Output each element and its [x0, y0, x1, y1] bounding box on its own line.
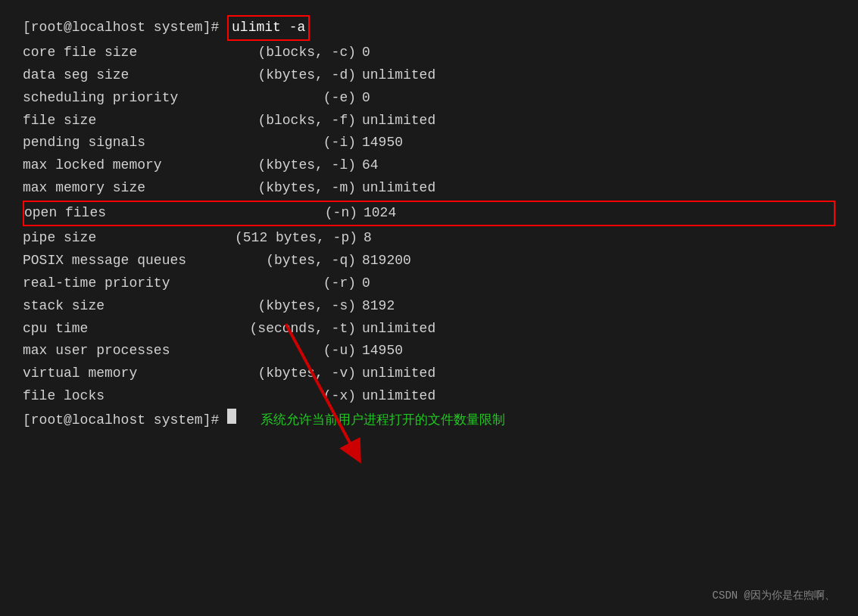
- command-line: [root@localhost system]# ulimit -a: [23, 15, 835, 41]
- output-line: max user processes(-u)14950: [23, 341, 835, 362]
- output-line: max locked memory(kbytes, -l)64: [23, 155, 835, 176]
- output-line: pipe size(512 bytes, -p)8: [23, 228, 835, 249]
- output-line: file size(blocks, -f)unlimited: [23, 110, 835, 132]
- output-line: cpu time(seconds, -t)unlimited: [23, 319, 835, 340]
- output-line: POSIX message queues(bytes, -q)819200: [23, 250, 835, 272]
- output-line: max memory size(kbytes, -m)unlimited: [23, 178, 835, 199]
- annotation-text: 系统允许当前用户进程打开的文件数量限制: [261, 411, 505, 431]
- output-line: data seg size(kbytes, -d)unlimited: [23, 65, 835, 86]
- output-line: scheduling priority(-e)0: [23, 88, 835, 109]
- output-line: real-time priority(-r)0: [23, 273, 835, 294]
- output-lines: core file size(blocks, -c)0data seg size…: [23, 42, 835, 407]
- output-line: virtual memory(kbytes, -v)unlimited: [23, 363, 835, 384]
- watermark: CSDN @因为你是在煦啊、: [713, 589, 835, 602]
- output-line: pending signals(-i)14950: [23, 132, 835, 154]
- output-line: core file size(blocks, -c)0: [23, 42, 835, 64]
- output-line: file locks(-x)unlimited: [23, 386, 835, 407]
- final-prompt-line: [root@localhost system]# 系统允许当前用户进程打开的文件…: [23, 409, 835, 431]
- final-prompt: [root@localhost system]#: [23, 410, 219, 431]
- cursor: [227, 409, 236, 424]
- output-line: stack size(kbytes, -s)8192: [23, 296, 835, 317]
- prompt: [root@localhost system]#: [23, 17, 219, 39]
- command-highlight: ulimit -a: [227, 15, 310, 41]
- terminal-window: [root@localhost system]# ulimit -a core …: [0, 0, 858, 616]
- output-line: open files(-n)1024: [23, 201, 835, 226]
